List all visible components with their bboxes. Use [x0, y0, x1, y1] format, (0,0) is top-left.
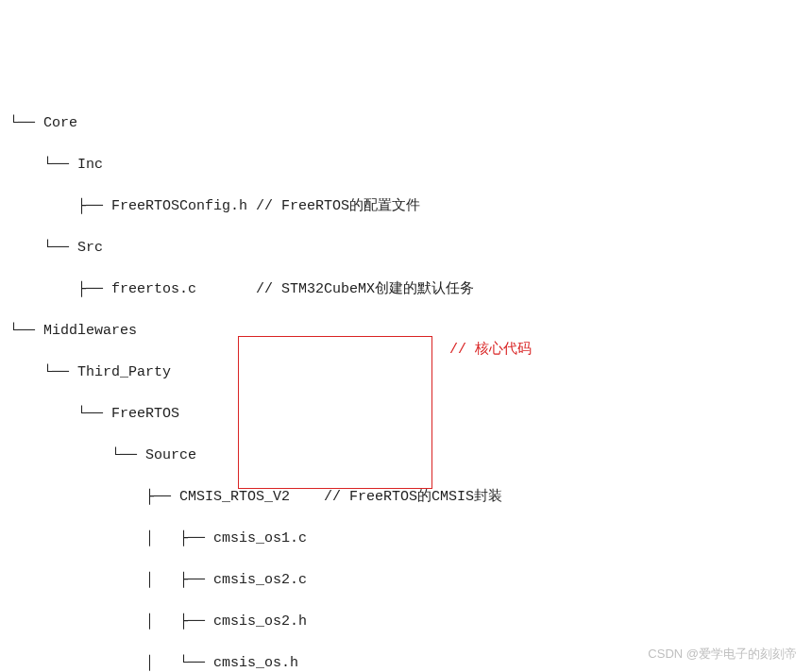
tree-line: └── Third_Party: [9, 362, 803, 383]
tree-line: ├── CMSIS_RTOS_V2 // FreeRTOS的CMSIS封装: [9, 487, 803, 508]
tree-line: ├── FreeRTOSConfig.h // FreeRTOS的配置文件: [9, 196, 803, 217]
tree-line: └── FreeRTOS: [9, 404, 803, 425]
tree-path: ├── FreeRTOSConfig.h //: [9, 198, 281, 214]
tree-comment: FreeRTOS的配置文件: [281, 198, 420, 214]
tree-path: ├── CMSIS_RTOS_V2 //: [9, 489, 349, 505]
tree-path: ├── freertos.c //: [9, 281, 281, 297]
tree-line: ├── freertos.c // STM32CubeMX创建的默认任务: [9, 279, 803, 300]
tree-line: └── Inc: [9, 155, 803, 176]
tree-line: │ ├── cmsis_os1.c: [9, 529, 803, 549]
core-code-annotation: // 核心代码: [449, 340, 532, 361]
tree-line: └── Middlewares: [9, 321, 803, 342]
tree-comment: FreeRTOS的CMSIS封装: [349, 489, 502, 505]
tree-line: └── Core: [9, 113, 803, 134]
tree-line: │ ├── cmsis_os2.c: [9, 570, 803, 591]
tree-line: └── Src: [9, 238, 803, 259]
tree-comment: STM32CubeMX创建的默认任务: [281, 281, 474, 297]
tree-line: └── Source: [9, 445, 803, 466]
tree-line: │ ├── cmsis_os2.h: [9, 612, 803, 632]
directory-tree: └── Core └── Inc ├── FreeRTOSConfig.h //…: [9, 92, 803, 672]
watermark-text: CSDN @爱学电子的刻刻帝: [648, 644, 797, 664]
